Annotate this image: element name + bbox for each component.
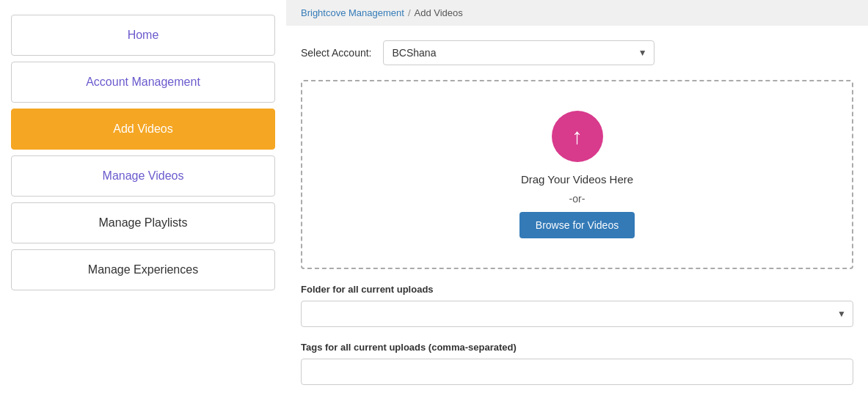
- breadcrumb-parent-link[interactable]: Brightcove Management: [301, 7, 404, 18]
- breadcrumb-separator: /: [408, 7, 411, 18]
- content-area: Select Account: BCShana ▼ ↑ Drag Your Vi…: [286, 26, 868, 396]
- sidebar-item-manage-videos[interactable]: Manage Videos: [11, 155, 275, 197]
- tags-section: Tags for all current uploads (comma-sepa…: [301, 342, 853, 385]
- sidebar: Home Account Management Add Videos Manag…: [0, 0, 286, 396]
- drag-text: Drag Your Videos Here: [521, 173, 633, 186]
- tags-input[interactable]: [301, 359, 853, 385]
- main-content: Brightcove Management / Add Videos Selec…: [286, 0, 868, 396]
- drop-zone[interactable]: ↑ Drag Your Videos Here -or- Browse for …: [301, 80, 853, 269]
- sidebar-item-manage-experiences[interactable]: Manage Experiences: [11, 249, 275, 290]
- select-account-label: Select Account:: [301, 47, 372, 59]
- browse-videos-button[interactable]: Browse for Videos: [519, 212, 635, 238]
- account-select[interactable]: BCShana: [383, 40, 654, 65]
- breadcrumb-current: Add Videos: [415, 7, 463, 18]
- upload-icon-circle: ↑: [552, 111, 603, 162]
- sidebar-item-home[interactable]: Home: [11, 15, 275, 56]
- folder-select-wrapper: ▼: [301, 301, 853, 327]
- sidebar-item-manage-playlists[interactable]: Manage Playlists: [11, 202, 275, 243]
- upload-arrow-icon: ↑: [572, 125, 583, 147]
- select-account-row: Select Account: BCShana ▼: [301, 40, 853, 65]
- folder-select[interactable]: [301, 301, 853, 327]
- breadcrumb: Brightcove Management / Add Videos: [286, 0, 868, 26]
- sidebar-item-account-management[interactable]: Account Management: [11, 62, 275, 103]
- folder-label: Folder for all current uploads: [301, 284, 853, 295]
- sidebar-item-add-videos[interactable]: Add Videos: [11, 109, 275, 150]
- tags-label: Tags for all current uploads (comma-sepa…: [301, 342, 853, 353]
- or-text: -or-: [569, 193, 586, 205]
- account-select-wrapper: BCShana ▼: [383, 40, 654, 65]
- folder-section: Folder for all current uploads ▼: [301, 284, 853, 327]
